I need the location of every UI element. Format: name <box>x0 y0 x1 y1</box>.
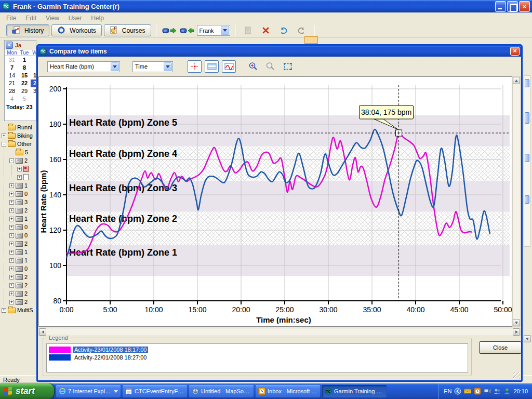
expand-icon[interactable]: + <box>9 250 14 255</box>
calendar-day-cell[interactable]: 22 <box>18 79 31 87</box>
expand-icon[interactable]: + <box>9 242 14 246</box>
tree-item[interactable]: +0 <box>0 190 36 198</box>
metric-select[interactable]: Heart Rate (bpm) <box>47 61 120 72</box>
expand-icon[interactable]: + <box>2 134 6 138</box>
calendar-day-cell[interactable]: 28 <box>6 87 18 95</box>
expand-icon[interactable]: + <box>9 283 14 288</box>
tree-item[interactable]: Runni <box>0 123 36 131</box>
menu-item-edit[interactable]: Edit <box>21 14 41 23</box>
tree-item[interactable]: +2 <box>0 281 36 289</box>
expand-icon[interactable]: + <box>9 208 14 213</box>
tree-item[interactable]: +1 <box>0 181 36 190</box>
messenger-icon[interactable] <box>503 388 511 395</box>
minimize-button[interactable] <box>495 1 506 12</box>
calendar-day-cell[interactable]: 5 <box>18 95 31 103</box>
expand-icon[interactable]: + <box>17 175 22 180</box>
scroll-down-button[interactable] <box>524 335 531 342</box>
chart-vertical-scrollbar[interactable] <box>512 76 521 327</box>
tab-history[interactable]: History <box>6 24 49 36</box>
calendar-day-cell[interactable]: 4 <box>6 95 18 103</box>
users-icon[interactable] <box>494 388 501 395</box>
reminder-icon[interactable] <box>474 388 481 395</box>
undo-button[interactable] <box>276 24 291 37</box>
dialog-close-button[interactable]: Close <box>479 341 522 354</box>
tree-item[interactable]: +2 <box>0 240 36 248</box>
tree-item[interactable]: +1 <box>0 256 36 264</box>
calendar-day-cell[interactable] <box>31 56 36 64</box>
tree-item[interactable]: +2 <box>0 298 36 306</box>
tree-item[interactable]: -2 <box>0 156 36 165</box>
tree-item[interactable]: +2 <box>0 206 36 215</box>
expand-icon[interactable]: + <box>9 200 14 205</box>
calendar-today-label[interactable]: Today: 23 <box>5 103 36 110</box>
calendar-day-cell[interactable] <box>31 95 36 103</box>
tree-item[interactable]: +1 <box>0 248 36 256</box>
menu-item-view[interactable]: View <box>42 14 63 23</box>
expand-icon[interactable]: + <box>9 192 14 196</box>
taskbar-clock[interactable]: 20:10 <box>513 388 528 394</box>
calendar-day-cell[interactable]: 2 <box>31 79 36 87</box>
expand-icon[interactable]: + <box>9 267 14 271</box>
user-select[interactable]: Frank <box>197 25 230 36</box>
menu-item-file[interactable]: File <box>2 14 20 23</box>
expand-icon[interactable]: + <box>9 291 14 296</box>
background-scrollbar[interactable] <box>524 75 530 247</box>
tree-item[interactable]: +3 <box>0 198 36 206</box>
tree-item[interactable]: +0 <box>0 231 36 240</box>
menu-item-help[interactable]: Help <box>87 14 108 23</box>
tab-workouts[interactable]: Workouts <box>51 24 101 36</box>
legend-item[interactable]: Activity-22/01/2008 18:27:00 <box>49 353 466 361</box>
taskbar-button-ie[interactable]: 7 Internet Explorer <box>56 385 121 397</box>
tree-item[interactable]: +0 <box>0 223 36 231</box>
chevron-down-icon[interactable] <box>114 390 118 395</box>
network-icon[interactable] <box>484 388 491 395</box>
expand-icon[interactable]: + <box>9 258 14 263</box>
scroll-right-button[interactable] <box>513 328 520 336</box>
close-button[interactable]: × <box>519 1 530 12</box>
expand-icon[interactable]: + <box>9 225 14 230</box>
collapse-icon[interactable]: - <box>9 158 14 163</box>
maximize-button[interactable] <box>507 1 518 12</box>
expand-icon[interactable]: + <box>9 233 14 238</box>
calendar-day-cell[interactable] <box>31 64 36 72</box>
expand-icon[interactable]: + <box>9 183 14 188</box>
redo-button[interactable] <box>294 24 309 37</box>
scroll-left-button[interactable] <box>39 328 46 336</box>
calendar-day-cell[interactable]: 8 <box>18 64 31 72</box>
tree-item[interactable]: +2 <box>0 289 36 298</box>
calendar-prev-button[interactable]: < <box>6 42 13 49</box>
taskbar-button-garmin[interactable]: TC Garmin Training Ce... <box>322 385 387 397</box>
expand-icon[interactable]: + <box>2 308 6 313</box>
mail-icon[interactable] <box>464 388 471 395</box>
tree-item[interactable]: + <box>0 173 36 181</box>
expand-icon[interactable]: + <box>9 217 14 221</box>
legend-item[interactable]: Activity-23/01/2008 18:17:00 <box>49 345 466 353</box>
receive-from-device-button[interactable] <box>179 24 195 37</box>
calendar-day-cell[interactable]: 1 <box>18 56 31 64</box>
start-button[interactable]: start <box>0 383 54 399</box>
expand-icon[interactable]: + <box>9 275 14 280</box>
dialog-close-icon[interactable]: × <box>510 47 520 56</box>
tab-courses[interactable]: Courses <box>104 24 151 36</box>
expand-icon[interactable]: + <box>9 300 14 304</box>
chart-horizontal-scrollbar[interactable] <box>38 328 521 336</box>
tree-item[interactable]: +2 <box>0 273 36 281</box>
calendar-day-cell[interactable]: 1 <box>31 72 36 79</box>
menu-item-user[interactable]: User <box>64 14 86 23</box>
collapse-icon[interactable]: - <box>2 142 6 147</box>
chevron-down-icon[interactable] <box>111 62 119 71</box>
tree-item[interactable]: + <box>0 165 36 173</box>
calendar-day-cell[interactable]: 3 <box>31 87 36 95</box>
taskbar-button-word[interactable]: CTCEventEntryFo... <box>123 385 187 397</box>
smoothing-toggle-button[interactable] <box>222 60 236 73</box>
calendar-day-cell[interactable]: 29 <box>18 87 31 95</box>
tree-item[interactable]: +0 <box>0 264 36 273</box>
tree-item[interactable]: +1 <box>0 215 36 223</box>
zoom-fit-button[interactable] <box>281 60 295 73</box>
scroll-down-button[interactable] <box>513 319 520 326</box>
zoom-out-button[interactable] <box>263 60 277 73</box>
axis-select[interactable]: Time <box>132 61 173 72</box>
tree-item[interactable]: +Biking <box>0 131 36 140</box>
calendar-day-cell[interactable]: 7 <box>6 64 18 72</box>
calendar-day-cell[interactable]: 21 <box>6 79 18 87</box>
